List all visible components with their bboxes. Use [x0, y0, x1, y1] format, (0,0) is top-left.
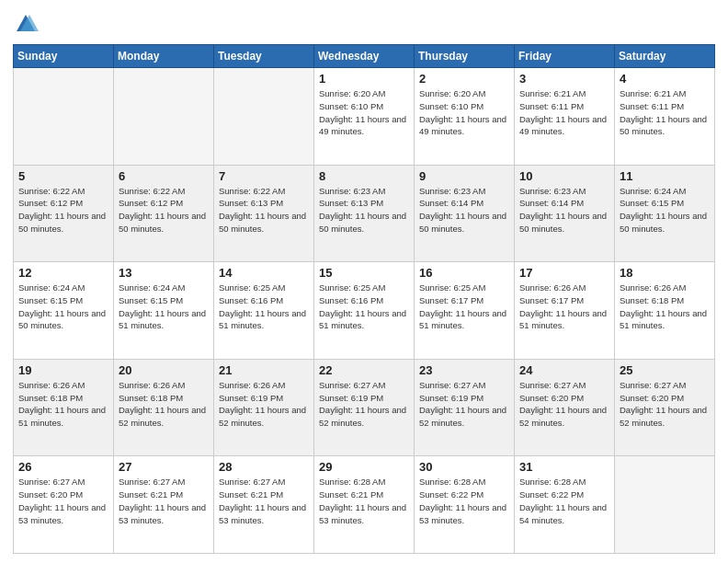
day-info: Sunrise: 6:26 AMSunset: 6:17 PMDaylight:… [519, 282, 609, 332]
calendar-cell: 7Sunrise: 6:22 AMSunset: 6:13 PMDaylight… [214, 165, 314, 262]
day-info: Sunrise: 6:22 AMSunset: 6:13 PMDaylight:… [219, 185, 309, 236]
calendar-cell: 10Sunrise: 6:23 AMSunset: 6:14 PMDayligh… [515, 165, 615, 262]
calendar-week-row: 1Sunrise: 6:20 AMSunset: 6:10 PMDaylight… [14, 68, 715, 166]
weekday-header-wednesday: Wednesday [314, 45, 415, 68]
calendar-cell [615, 456, 715, 554]
day-info: Sunrise: 6:27 AMSunset: 6:21 PMDaylight:… [219, 476, 309, 526]
day-number: 18 [620, 266, 710, 280]
day-info: Sunrise: 6:27 AMSunset: 6:19 PMDaylight:… [419, 379, 509, 430]
day-number: 16 [419, 266, 509, 280]
calendar-cell: 2Sunrise: 6:20 AMSunset: 6:10 PMDaylight… [415, 68, 515, 166]
calendar-cell: 31Sunrise: 6:28 AMSunset: 6:22 PMDayligh… [515, 456, 615, 554]
day-info: Sunrise: 6:28 AMSunset: 6:21 PMDaylight:… [319, 476, 409, 526]
calendar-cell: 4Sunrise: 6:21 AMSunset: 6:11 PMDaylight… [615, 68, 715, 166]
day-number: 24 [519, 363, 609, 377]
day-info: Sunrise: 6:24 AMSunset: 6:15 PMDaylight:… [119, 282, 209, 332]
day-number: 28 [219, 460, 309, 474]
day-number: 3 [519, 72, 609, 86]
day-number: 29 [319, 460, 409, 474]
calendar-cell: 18Sunrise: 6:26 AMSunset: 6:18 PMDayligh… [615, 262, 715, 360]
calendar-cell: 29Sunrise: 6:28 AMSunset: 6:21 PMDayligh… [314, 456, 415, 554]
day-info: Sunrise: 6:27 AMSunset: 6:19 PMDaylight:… [319, 379, 409, 430]
weekday-header-thursday: Thursday [415, 45, 515, 68]
day-number: 1 [319, 72, 409, 86]
day-number: 21 [219, 363, 309, 377]
day-number: 7 [219, 169, 309, 183]
day-number: 8 [319, 169, 409, 183]
calendar-cell [14, 68, 114, 166]
day-info: Sunrise: 6:20 AMSunset: 6:10 PMDaylight:… [419, 87, 509, 138]
day-number: 9 [419, 169, 509, 183]
day-number: 22 [319, 363, 409, 377]
day-info: Sunrise: 6:21 AMSunset: 6:11 PMDaylight:… [519, 87, 609, 138]
day-number: 12 [18, 266, 108, 280]
calendar-cell: 26Sunrise: 6:27 AMSunset: 6:20 PMDayligh… [14, 456, 114, 554]
day-number: 27 [119, 460, 209, 474]
logo [13, 9, 42, 37]
day-info: Sunrise: 6:21 AMSunset: 6:11 PMDaylight:… [620, 87, 710, 138]
weekday-header-friday: Friday [515, 45, 615, 68]
day-number: 14 [219, 266, 309, 280]
day-number: 6 [119, 169, 209, 183]
day-number: 25 [620, 363, 710, 377]
day-number: 30 [419, 460, 509, 474]
day-number: 5 [18, 169, 108, 183]
day-number: 20 [119, 363, 209, 377]
calendar-cell: 30Sunrise: 6:28 AMSunset: 6:22 PMDayligh… [415, 456, 515, 554]
calendar-cell: 9Sunrise: 6:23 AMSunset: 6:14 PMDaylight… [415, 165, 515, 262]
day-number: 2 [419, 72, 509, 86]
calendar-table: SundayMondayTuesdayWednesdayThursdayFrid… [13, 44, 715, 554]
calendar-cell: 6Sunrise: 6:22 AMSunset: 6:12 PMDaylight… [114, 165, 214, 262]
day-info: Sunrise: 6:27 AMSunset: 6:20 PMDaylight:… [519, 379, 609, 430]
day-number: 10 [519, 169, 609, 183]
day-number: 13 [119, 266, 209, 280]
weekday-header-saturday: Saturday [615, 45, 715, 68]
day-info: Sunrise: 6:27 AMSunset: 6:21 PMDaylight:… [119, 476, 209, 526]
calendar-cell: 5Sunrise: 6:22 AMSunset: 6:12 PMDaylight… [14, 165, 114, 262]
day-info: Sunrise: 6:24 AMSunset: 6:15 PMDaylight:… [620, 185, 710, 236]
calendar-cell: 13Sunrise: 6:24 AMSunset: 6:15 PMDayligh… [114, 262, 214, 360]
calendar-cell: 24Sunrise: 6:27 AMSunset: 6:20 PMDayligh… [515, 359, 615, 456]
logo-icon [13, 11, 39, 37]
weekday-header-monday: Monday [114, 45, 214, 68]
calendar-cell: 22Sunrise: 6:27 AMSunset: 6:19 PMDayligh… [314, 359, 415, 456]
day-number: 17 [519, 266, 609, 280]
calendar-week-row: 12Sunrise: 6:24 AMSunset: 6:15 PMDayligh… [14, 262, 715, 360]
day-info: Sunrise: 6:23 AMSunset: 6:13 PMDaylight:… [319, 185, 409, 236]
calendar-week-row: 5Sunrise: 6:22 AMSunset: 6:12 PMDaylight… [14, 165, 715, 262]
day-info: Sunrise: 6:22 AMSunset: 6:12 PMDaylight:… [119, 185, 209, 236]
calendar-cell: 15Sunrise: 6:25 AMSunset: 6:16 PMDayligh… [314, 262, 415, 360]
day-info: Sunrise: 6:27 AMSunset: 6:20 PMDaylight:… [620, 379, 710, 430]
day-number: 15 [319, 266, 409, 280]
day-info: Sunrise: 6:28 AMSunset: 6:22 PMDaylight:… [419, 476, 509, 526]
calendar-cell: 12Sunrise: 6:24 AMSunset: 6:15 PMDayligh… [14, 262, 114, 360]
calendar-cell: 3Sunrise: 6:21 AMSunset: 6:11 PMDaylight… [515, 68, 615, 166]
calendar-cell: 8Sunrise: 6:23 AMSunset: 6:13 PMDaylight… [314, 165, 415, 262]
calendar-cell: 25Sunrise: 6:27 AMSunset: 6:20 PMDayligh… [615, 359, 715, 456]
calendar-cell: 21Sunrise: 6:26 AMSunset: 6:19 PMDayligh… [214, 359, 314, 456]
calendar-cell: 20Sunrise: 6:26 AMSunset: 6:18 PMDayligh… [114, 359, 214, 456]
day-info: Sunrise: 6:26 AMSunset: 6:18 PMDaylight:… [18, 379, 108, 430]
day-info: Sunrise: 6:23 AMSunset: 6:14 PMDaylight:… [419, 185, 509, 236]
day-number: 19 [18, 363, 108, 377]
page: SundayMondayTuesdayWednesdayThursdayFrid… [0, 0, 728, 563]
day-number: 31 [519, 460, 609, 474]
day-number: 26 [18, 460, 108, 474]
day-info: Sunrise: 6:20 AMSunset: 6:10 PMDaylight:… [319, 87, 409, 138]
day-number: 4 [620, 72, 710, 86]
weekday-header-tuesday: Tuesday [214, 45, 314, 68]
calendar-cell: 16Sunrise: 6:25 AMSunset: 6:17 PMDayligh… [415, 262, 515, 360]
calendar-week-row: 19Sunrise: 6:26 AMSunset: 6:18 PMDayligh… [14, 359, 715, 456]
calendar-cell: 14Sunrise: 6:25 AMSunset: 6:16 PMDayligh… [214, 262, 314, 360]
day-info: Sunrise: 6:26 AMSunset: 6:18 PMDaylight:… [620, 282, 710, 332]
day-info: Sunrise: 6:26 AMSunset: 6:19 PMDaylight:… [219, 379, 309, 430]
calendar-cell: 17Sunrise: 6:26 AMSunset: 6:17 PMDayligh… [515, 262, 615, 360]
calendar-cell: 19Sunrise: 6:26 AMSunset: 6:18 PMDayligh… [14, 359, 114, 456]
calendar-cell: 23Sunrise: 6:27 AMSunset: 6:19 PMDayligh… [415, 359, 515, 456]
day-info: Sunrise: 6:25 AMSunset: 6:16 PMDaylight:… [219, 282, 309, 332]
day-number: 23 [419, 363, 509, 377]
calendar-cell: 11Sunrise: 6:24 AMSunset: 6:15 PMDayligh… [615, 165, 715, 262]
day-info: Sunrise: 6:23 AMSunset: 6:14 PMDaylight:… [519, 185, 609, 236]
calendar-cell: 1Sunrise: 6:20 AMSunset: 6:10 PMDaylight… [314, 68, 415, 166]
day-info: Sunrise: 6:27 AMSunset: 6:20 PMDaylight:… [18, 476, 108, 526]
